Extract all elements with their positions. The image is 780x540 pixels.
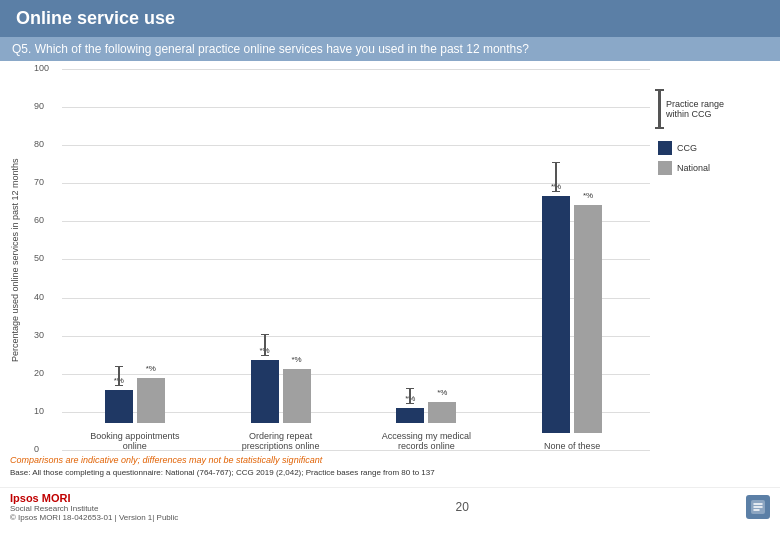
legend-ccg-label: CCG [677,143,697,153]
footer-doc-ref: © Ipsos MORI 18-042653-01 | Version 1| P… [10,513,178,522]
base-note: Base: All those completing a questionnai… [10,468,770,477]
bar-booking-national: *% [137,378,165,423]
legend-ccg: CCG [658,141,770,155]
bar-records-national-value: *% [437,388,447,397]
footer-page-number: 20 [456,500,469,514]
header: Online service use [0,0,780,37]
bar-records-label: Accessing my medicalrecords online [381,431,471,451]
footer-icon [746,495,770,519]
bar-group-none: *% *% None of these [527,196,617,451]
comparisons-note: Comparisons are indicative only; differe… [10,455,770,465]
footer: Ipsos MORI Social Research Institute © I… [0,487,780,526]
bar-prescriptions-label: Ordering repeatprescriptions online [236,431,326,451]
bar-prescriptions-ccg: *% [251,360,279,423]
bar-booking-national-value: *% [146,364,156,373]
question-text: Q5. Which of the following general pract… [12,42,529,56]
bar-booking-label: Booking appointmentsonline [90,431,180,451]
bar-records-national: *% [428,402,456,423]
legend-national-label: National [677,163,710,173]
header-title: Online service use [16,8,175,28]
legend-practice-range-label: Practice rangewithin CCG [666,99,724,119]
bar-prescriptions-national: *% [283,369,311,423]
bar-booking-ccg: *% [105,390,133,423]
y-axis-label: Percentage used online services in past … [10,69,28,451]
practice-range-icon [658,89,661,129]
bottom-section: Comparisons are indicative only; differe… [0,451,780,487]
footer-logo-main: Ipsos MORI [10,492,178,504]
legend-national: National [658,161,770,175]
legend-practice-range: Practice rangewithin CCG [658,89,770,129]
bar-group-booking: *% *% Booking appointmentsonline [90,378,180,451]
bar-none-national: *% [574,205,602,433]
bar-none-national-value: *% [583,191,593,200]
bar-group-prescriptions: *% *% Ordering repeatprescriptions onlin… [236,360,326,451]
bar-none-ccg: *% [542,196,570,433]
bar-prescriptions-national-value: *% [292,355,302,364]
bar-records-ccg: *% [396,408,424,423]
ccg-swatch [658,141,672,155]
question-bar: Q5. Which of the following general pract… [0,37,780,61]
bar-group-records: *% *% Accessing my medicalrecords online [381,402,471,451]
footer-logo-sub: Social Research Institute [10,504,178,513]
national-swatch [658,161,672,175]
footer-logo: Ipsos MORI Social Research Institute © I… [10,492,178,522]
bar-none-label: None of these [527,441,617,451]
chart-legend: Practice rangewithin CCG CCG National [650,69,770,451]
